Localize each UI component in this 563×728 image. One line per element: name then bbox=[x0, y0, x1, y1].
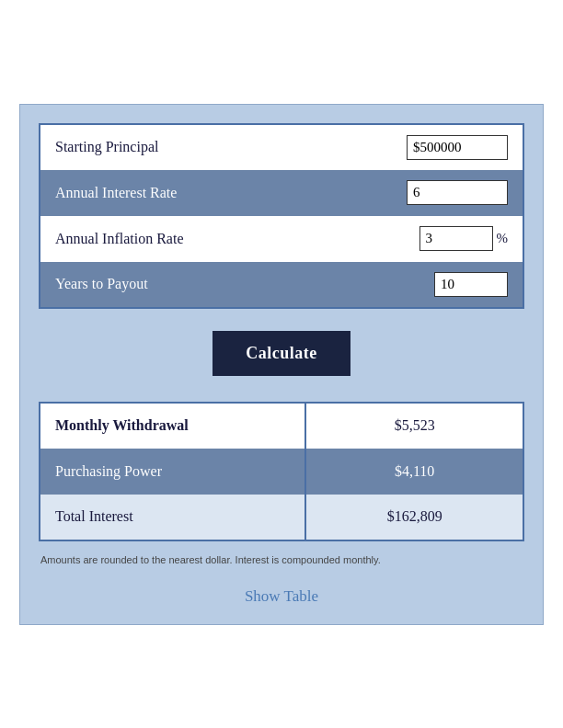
annual-interest-rate-label: Annual Interest Rate bbox=[40, 170, 376, 216]
calculate-button[interactable]: Calculate bbox=[213, 331, 350, 376]
annual-interest-rate-input[interactable] bbox=[407, 180, 508, 205]
show-table-area: Show Table bbox=[39, 587, 524, 606]
input-row-years-to-payout: Years to Payout bbox=[40, 262, 523, 308]
monthly-withdrawal-value: $5,523 bbox=[305, 403, 523, 449]
result-row-monthly-withdrawal: Monthly Withdrawal $5,523 bbox=[40, 403, 523, 449]
input-row-annual-interest-rate: Annual Interest Rate bbox=[40, 170, 523, 216]
annual-interest-rate-input-cell bbox=[376, 170, 523, 216]
starting-principal-input-cell bbox=[376, 124, 523, 170]
input-row-starting-principal: Starting Principal bbox=[40, 124, 523, 170]
percent-label: % bbox=[497, 231, 509, 246]
page-wrapper: Starting Principal Annual Interest Rate … bbox=[19, 104, 544, 625]
monthly-withdrawal-label: Monthly Withdrawal bbox=[40, 403, 305, 449]
input-table: Starting Principal Annual Interest Rate … bbox=[39, 123, 524, 309]
years-to-payout-label: Years to Payout bbox=[40, 262, 376, 308]
purchasing-power-label: Purchasing Power bbox=[40, 449, 305, 495]
years-to-payout-input-cell bbox=[376, 262, 523, 308]
starting-principal-label: Starting Principal bbox=[40, 124, 376, 170]
show-table-link[interactable]: Show Table bbox=[245, 587, 318, 606]
result-row-total-interest: Total Interest $162,809 bbox=[40, 495, 523, 540]
total-interest-value: $162,809 bbox=[305, 495, 523, 540]
years-to-payout-input[interactable] bbox=[434, 272, 508, 297]
result-row-purchasing-power: Purchasing Power $4,110 bbox=[40, 449, 523, 495]
input-row-annual-inflation-rate: Annual Inflation Rate % bbox=[40, 216, 523, 262]
annual-inflation-rate-input[interactable] bbox=[419, 226, 493, 251]
annual-inflation-rate-label: Annual Inflation Rate bbox=[40, 216, 376, 262]
starting-principal-input[interactable] bbox=[407, 135, 508, 160]
results-table: Monthly Withdrawal $5,523 Purchasing Pow… bbox=[39, 402, 524, 541]
purchasing-power-value: $4,110 bbox=[305, 449, 523, 495]
total-interest-label: Total Interest bbox=[40, 495, 305, 540]
footnote: Amounts are rounded to the nearest dolla… bbox=[39, 551, 524, 569]
button-area: Calculate bbox=[39, 331, 524, 376]
annual-inflation-rate-input-cell: % bbox=[376, 216, 523, 262]
